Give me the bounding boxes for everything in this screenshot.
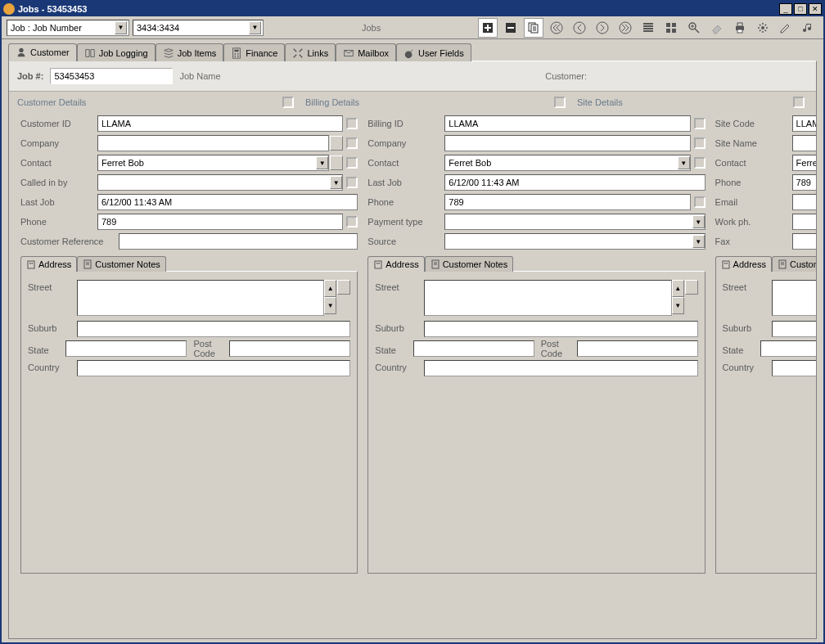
street-down[interactable]: ▼	[324, 297, 336, 314]
label-contact: Contact	[715, 158, 792, 168]
site-suburb-input[interactable]	[772, 321, 817, 337]
titlebar: Jobs - 53453453 _ □ ✕	[2, 2, 823, 16]
billing-details-label: Billing Details	[305, 97, 551, 107]
billing-street-input[interactable]	[424, 280, 671, 316]
subtab-customer-notes[interactable]: Customer Notes	[772, 256, 817, 272]
building-icon	[26, 259, 36, 269]
erase-button[interactable]	[707, 18, 727, 38]
subtab-address[interactable]: Address	[367, 256, 424, 272]
phone-check[interactable]	[346, 216, 358, 227]
subtab-address[interactable]: Address	[715, 256, 772, 272]
subtab-customer-notes[interactable]: Customer Notes	[425, 256, 513, 272]
customer-id-input[interactable]	[97, 115, 343, 132]
site-country-input[interactable]	[772, 360, 817, 376]
search-value-combo[interactable]: 3434:3434 ▼	[133, 20, 264, 36]
site-phone-input[interactable]	[792, 174, 817, 191]
site-email-input[interactable]	[792, 194, 817, 210]
next-button[interactable]	[593, 18, 612, 38]
called-in-by-check[interactable]	[346, 177, 358, 188]
site-name-input[interactable]	[792, 135, 817, 151]
billing-company-input[interactable]	[444, 135, 690, 151]
billing-street-lookup[interactable]	[685, 280, 698, 295]
grid-view-button[interactable]	[661, 18, 681, 38]
site-details-check[interactable]	[793, 97, 805, 108]
contact-check[interactable]	[346, 157, 358, 169]
minimize-button[interactable]: _	[779, 3, 792, 15]
street-input[interactable]	[77, 280, 324, 316]
edit-button[interactable]	[776, 18, 796, 38]
site-fax-input[interactable]	[792, 233, 817, 250]
tab-links[interactable]: Links	[285, 43, 336, 61]
subtab-address[interactable]: Address	[20, 256, 77, 272]
street-up[interactable]: ▲	[672, 280, 684, 297]
close-button[interactable]: ✕	[809, 3, 822, 15]
site-state-input[interactable]	[760, 340, 817, 357]
copy-button[interactable]	[524, 18, 543, 38]
site-street-input[interactable]	[772, 280, 817, 316]
company-check[interactable]	[346, 137, 358, 149]
called-in-by-combo[interactable]: ▼	[97, 174, 343, 191]
contact-lookup[interactable]	[330, 155, 343, 170]
source-combo[interactable]: ▼	[444, 233, 705, 250]
label-suburb: Suburb	[28, 321, 77, 333]
tab-user-fields[interactable]: User Fields	[396, 43, 471, 61]
job-header-row: Job #: Job Name Customer:	[9, 61, 816, 92]
contact-combo[interactable]: Ferret Bob▼	[97, 155, 329, 171]
add-button[interactable]	[478, 18, 498, 38]
first-button[interactable]	[547, 18, 566, 38]
customer-details-check[interactable]	[282, 97, 294, 108]
company-input[interactable]	[97, 135, 329, 151]
tab-job-items[interactable]: Job Items	[156, 43, 224, 61]
billing-suburb-input[interactable]	[424, 321, 697, 337]
prev-button[interactable]	[570, 18, 589, 38]
label-contact: Contact	[367, 158, 444, 168]
zoom-button[interactable]	[684, 18, 704, 38]
search-field-combo[interactable]: Job : Job Number ▼	[7, 20, 129, 36]
customer-id-check[interactable]	[346, 118, 358, 129]
billing-country-input[interactable]	[424, 360, 697, 376]
billing-phone-input[interactable]	[444, 194, 690, 210]
billing-id-check[interactable]	[694, 118, 706, 129]
label-country: Country	[28, 360, 77, 372]
cust-ref-input[interactable]	[119, 233, 358, 250]
tab-finance[interactable]: Finance	[223, 43, 285, 61]
billing-id-input[interactable]	[444, 115, 690, 132]
street-up[interactable]: ▲	[324, 280, 336, 297]
phone-input[interactable]	[97, 214, 343, 230]
job-number-input[interactable]	[50, 68, 173, 84]
tab-customer[interactable]: Customer	[8, 43, 77, 61]
billing-details-check[interactable]	[554, 97, 566, 108]
svg-point-6	[597, 22, 608, 34]
billing-contact-check[interactable]	[694, 157, 706, 169]
remove-button[interactable]	[501, 18, 521, 38]
last-job-input[interactable]	[97, 194, 358, 210]
label-customer-id: Customer ID	[20, 119, 97, 128]
billing-state-input[interactable]	[413, 340, 534, 357]
state-input[interactable]	[65, 340, 187, 357]
settings-button[interactable]	[753, 18, 773, 38]
payment-type-combo[interactable]: ▼	[444, 214, 705, 230]
tab-job-logging[interactable]: Job Logging	[77, 43, 156, 61]
subtab-customer-notes[interactable]: Customer Notes	[77, 256, 165, 272]
svg-rect-31	[376, 263, 378, 264]
company-lookup[interactable]	[330, 136, 343, 151]
billing-company-check[interactable]	[694, 137, 706, 149]
billing-phone-check[interactable]	[694, 196, 706, 208]
site-contact-combo[interactable]: Ferret Bob▼	[792, 155, 817, 171]
postcode-input[interactable]	[229, 340, 350, 357]
list-view-button[interactable]	[638, 18, 658, 38]
tab-mailbox[interactable]: Mailbox	[336, 43, 396, 61]
billing-contact-combo[interactable]: Ferret Bob▼	[444, 155, 690, 171]
street-lookup[interactable]	[337, 280, 350, 295]
music-button[interactable]	[799, 18, 818, 38]
maximize-button[interactable]: □	[794, 3, 807, 15]
suburb-input[interactable]	[77, 321, 350, 337]
billing-postcode-input[interactable]	[577, 340, 698, 357]
billing-last-job-input[interactable]	[444, 174, 705, 191]
print-button[interactable]	[730, 18, 750, 38]
site-code-input[interactable]	[792, 115, 817, 132]
country-input[interactable]	[77, 360, 350, 376]
street-down[interactable]: ▼	[672, 297, 684, 314]
last-button[interactable]	[615, 18, 635, 38]
site-workph-input[interactable]	[792, 214, 817, 230]
